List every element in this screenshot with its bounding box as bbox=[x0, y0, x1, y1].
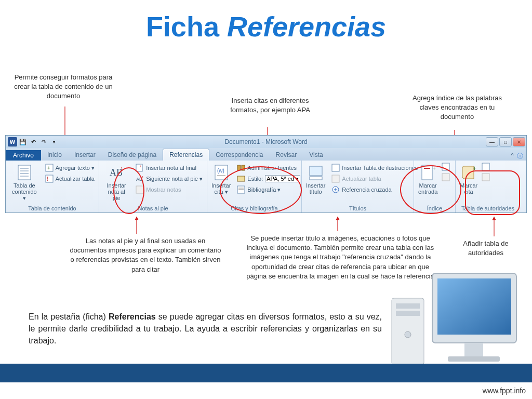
tab-references[interactable]: Referencias bbox=[163, 149, 209, 161]
svg-rect-0 bbox=[18, 165, 31, 180]
save-icon[interactable]: 💾 bbox=[18, 137, 28, 147]
group-label-toc: Tabla de contenido bbox=[8, 204, 97, 212]
svg-rect-44 bbox=[464, 343, 483, 356]
group-label-captions: Títulos bbox=[304, 204, 411, 212]
titlebar: W 💾 ↶ ↷ ▾ Documento1 - Microsoft Word — … bbox=[6, 136, 526, 148]
svg-rect-40 bbox=[396, 311, 420, 316]
tab-review[interactable]: Revisar bbox=[270, 149, 303, 161]
caption-icon bbox=[308, 164, 324, 181]
svg-text:!: ! bbox=[47, 176, 48, 182]
footer-url: www.fppt.info bbox=[483, 387, 526, 395]
annotation-citas: Inserta citas en diferentes formatos, po… bbox=[218, 96, 322, 115]
page-title: Ficha Referencias bbox=[0, 10, 532, 43]
next-footnote-button[interactable]: AB1Siguiente nota al pie ▾ bbox=[134, 174, 205, 184]
table-of-contents-button[interactable]: Tabla de contenido ▾ bbox=[8, 163, 41, 203]
svg-rect-28 bbox=[332, 175, 339, 182]
minimize-ribbon-icon[interactable]: ^ bbox=[511, 152, 514, 161]
insert-authorities-icon[interactable] bbox=[482, 163, 490, 171]
annotation-indice: Agrega índice de las palabras claves enc… bbox=[405, 94, 509, 122]
ribbon-tabs: Archivo Inicio Insertar Diseño de página… bbox=[6, 148, 526, 161]
help-icon[interactable]: ⓘ bbox=[517, 152, 523, 161]
update-captions-icon bbox=[331, 175, 340, 183]
add-text-button[interactable]: +Agregar texto ▾ bbox=[43, 163, 97, 173]
word-app-icon[interactable]: W bbox=[8, 137, 17, 147]
svg-rect-25 bbox=[310, 166, 322, 176]
svg-rect-11 bbox=[136, 164, 142, 171]
tab-page-layout[interactable]: Diseño de página bbox=[102, 149, 163, 161]
qat-dropdown-icon[interactable]: ▾ bbox=[49, 137, 59, 147]
highlight-citations bbox=[220, 166, 302, 214]
annotation-autoridades: Añadir tabla de autoridades bbox=[452, 239, 520, 258]
svg-rect-43 bbox=[437, 278, 511, 335]
tab-insert[interactable]: Insertar bbox=[68, 149, 102, 161]
window-title: Documento1 - Microsoft Word bbox=[224, 138, 307, 145]
body-paragraph: En la pestaña (ficha) Referencias se pue… bbox=[29, 311, 382, 347]
tab-home[interactable]: Inicio bbox=[41, 149, 68, 161]
footer-bar bbox=[0, 364, 532, 382]
svg-rect-45 bbox=[448, 356, 500, 362]
svg-rect-36 bbox=[482, 163, 489, 170]
undo-icon[interactable]: ↶ bbox=[29, 137, 38, 147]
crossref-icon bbox=[331, 185, 340, 194]
annotation-toc: Permite conseguir formatos para crear la… bbox=[6, 73, 121, 101]
svg-point-41 bbox=[405, 331, 411, 338]
redo-icon[interactable]: ↷ bbox=[39, 137, 48, 147]
close-button[interactable]: ✕ bbox=[513, 137, 525, 147]
computer-illustration bbox=[387, 262, 522, 373]
svg-text:i: i bbox=[140, 165, 141, 168]
update-toc-button[interactable]: !Actualizar tabla bbox=[43, 174, 97, 184]
insert-endnote-button[interactable]: iInsertar nota al final bbox=[134, 163, 205, 173]
annotation-footnotes: Las notas al pie y al final son usadas e… bbox=[68, 236, 223, 274]
svg-rect-26 bbox=[310, 177, 322, 180]
svg-rect-27 bbox=[332, 164, 339, 171]
svg-rect-39 bbox=[396, 303, 420, 309]
svg-text:(w): (w) bbox=[217, 168, 224, 174]
toc-icon bbox=[16, 164, 33, 181]
update-icon: ! bbox=[45, 175, 54, 183]
tab-mailings[interactable]: Correspondencia bbox=[209, 149, 269, 161]
insert-table-illustrations-button[interactable]: Insertar Tabla de ilustraciones bbox=[329, 163, 420, 173]
minimize-button[interactable]: — bbox=[486, 137, 498, 147]
highlight-footnote bbox=[113, 167, 144, 214]
add-text-icon: + bbox=[45, 164, 54, 172]
maximize-button[interactable]: □ bbox=[499, 137, 512, 147]
svg-text:1: 1 bbox=[142, 176, 144, 179]
highlight-authorities bbox=[465, 170, 520, 215]
table-illus-icon bbox=[331, 164, 340, 172]
tab-view[interactable]: Vista bbox=[303, 149, 329, 161]
highlight-index bbox=[400, 165, 461, 214]
svg-text:+: + bbox=[47, 165, 50, 171]
tab-file[interactable]: Archivo bbox=[6, 150, 41, 161]
insert-caption-button[interactable]: Insertar título bbox=[304, 163, 327, 196]
